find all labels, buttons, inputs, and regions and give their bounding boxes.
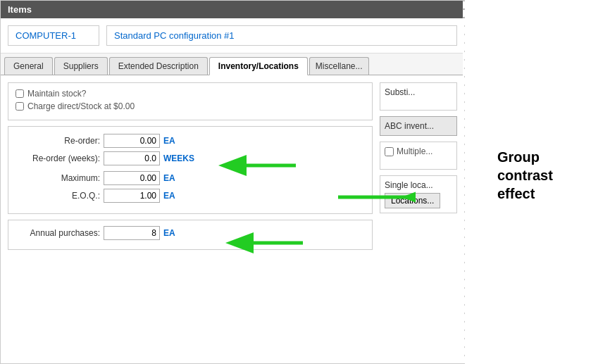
multiple-row: Multiple... (385, 146, 452, 156)
maximum-input[interactable] (104, 171, 160, 185)
maximum-label: Maximum: (15, 173, 100, 183)
annotation-label: Groupcontrasteffect (497, 149, 553, 201)
reorder-row: Re-order: EA (15, 134, 365, 148)
annual-purchases-unit: EA (163, 228, 175, 238)
maintain-stock-checkbox[interactable] (15, 89, 24, 98)
eoq-row: E.O.Q.: EA (15, 189, 365, 203)
window-title: Items (8, 4, 32, 15)
reorder-weeks-unit: WEEKS (163, 153, 194, 163)
stock-group: Maintain stock? Charge direct/Stock at $… (8, 82, 373, 120)
tabs-bar: General Suppliers Extended Description I… (1, 54, 464, 75)
tab-inventory-locations[interactable]: Inventory/Locations (209, 57, 308, 75)
eoq-unit: EA (163, 191, 175, 201)
subst-label: Substi... (385, 87, 415, 97)
tab-extended-description[interactable]: Extended Description (109, 57, 208, 75)
reorder-label: Re-order: (15, 136, 100, 146)
maximum-unit: EA (163, 173, 175, 183)
reorder-weeks-row: Re-order (weeks): WEEKS (15, 151, 365, 165)
eoq-label: E.O.Q.: (15, 191, 100, 201)
main-window: Items COMPUTER-1 Standard PC configurati… (0, 0, 465, 364)
tab-general[interactable]: General (4, 57, 53, 75)
right-panel: Substi... ABC invent... Multiple... Sing… (380, 82, 457, 348)
annual-purchases-label: Annual purchases: (15, 228, 100, 238)
tab-content: Maintain stock? Charge direct/Stock at $… (1, 75, 464, 355)
subst-group: Substi... (380, 82, 457, 111)
maximum-row: Maximum: EA (15, 171, 365, 185)
reorder-unit: EA (163, 136, 175, 146)
multiple-label: Multiple... (397, 146, 432, 156)
single-location-group: Single loca... Locations... (380, 175, 457, 213)
charge-direct-row: Charge direct/Stock at $0.00 (15, 101, 365, 111)
maintain-stock-row: Maintain stock? (15, 89, 365, 99)
abc-group: ABC invent... (380, 116, 457, 136)
reorder-input[interactable] (104, 134, 160, 148)
tab-miscellaneous[interactable]: Miscellane... (309, 57, 369, 75)
maintain-stock-label: Maintain stock? (27, 89, 86, 99)
item-code[interactable]: COMPUTER-1 (8, 25, 99, 46)
multiple-checkbox[interactable] (385, 147, 394, 156)
abc-label: ABC invent... (385, 121, 434, 131)
charge-direct-checkbox[interactable] (15, 102, 24, 111)
annual-purchases-row: Annual purchases: EA (15, 226, 365, 240)
charge-direct-label: Charge direct/Stock at $0.00 (27, 101, 135, 111)
item-description[interactable]: Standard PC configuration #1 (106, 25, 457, 46)
item-header: COMPUTER-1 Standard PC configuration #1 (1, 18, 464, 54)
single-location-label: Single loca... (385, 180, 433, 190)
reorder-weeks-input[interactable] (104, 151, 160, 165)
content-row: Maintain stock? Charge direct/Stock at $… (8, 82, 457, 348)
tab-suppliers[interactable]: Suppliers (54, 57, 108, 75)
locations-button[interactable]: Locations... (385, 193, 440, 208)
annual-purchases-input[interactable] (104, 226, 160, 240)
left-panel: Maintain stock? Charge direct/Stock at $… (8, 82, 373, 348)
reorder-fields-group: Re-order: EA Re-order (weeks): WEEKS Max… (8, 126, 373, 214)
title-bar: Items (1, 1, 464, 18)
multiple-group: Multiple... (380, 142, 457, 170)
eoq-input[interactable] (104, 189, 160, 203)
reorder-weeks-label: Re-order (weeks): (15, 153, 100, 163)
annual-purchases-group: Annual purchases: EA (8, 220, 373, 250)
annotation-text: Groupcontrasteffect (497, 148, 603, 203)
